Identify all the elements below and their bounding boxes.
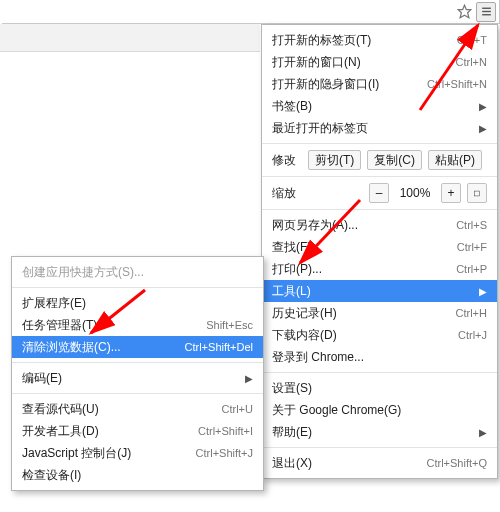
bookmark-star-icon[interactable] (454, 2, 474, 22)
chevron-right-icon: ▶ (479, 427, 487, 438)
menu-new-tab[interactable]: 打开新的标签页(T)Ctrl+T (262, 29, 497, 51)
zoom-in-button[interactable]: + (441, 183, 461, 203)
paste-button[interactable]: 粘贴(P) (428, 150, 482, 170)
chevron-right-icon: ▶ (479, 286, 487, 297)
menu-print[interactable]: 打印(P)...Ctrl+P (262, 258, 497, 280)
separator (262, 176, 497, 177)
menu-new-window[interactable]: 打开新的窗口(N)Ctrl+N (262, 51, 497, 73)
svg-rect-4 (475, 191, 480, 196)
menu-tools[interactable]: 工具(L)▶ (262, 280, 497, 302)
cut-button[interactable]: 剪切(T) (308, 150, 361, 170)
submenu-dev-tools[interactable]: 开发者工具(D)Ctrl+Shift+I (12, 420, 263, 442)
separator (12, 362, 263, 363)
chevron-right-icon: ▶ (479, 101, 487, 112)
menu-bookmarks[interactable]: 书签(B)▶ (262, 95, 497, 117)
hamburger-menu-icon[interactable] (476, 2, 496, 22)
tools-submenu: 创建应用快捷方式(S)... 扩展程序(E) 任务管理器(T)Shift+Esc… (11, 256, 264, 491)
menu-recent-tabs[interactable]: 最近打开的标签页▶ (262, 117, 497, 139)
menu-new-incognito[interactable]: 打开新的隐身窗口(I)Ctrl+Shift+N (262, 73, 497, 95)
menu-help[interactable]: 帮助(E)▶ (262, 421, 497, 443)
submenu-inspect-devices[interactable]: 检查设备(I) (12, 464, 263, 486)
edit-label: 修改 (272, 152, 296, 169)
menu-zoom-row: 缩放 – 100% + (262, 181, 497, 205)
menu-save-as[interactable]: 网页另存为(A)...Ctrl+S (262, 214, 497, 236)
fullscreen-button[interactable] (467, 183, 487, 203)
separator (262, 209, 497, 210)
browser-toolbar (2, 0, 500, 24)
separator (12, 393, 263, 394)
chevron-right-icon: ▶ (245, 373, 253, 384)
chevron-right-icon: ▶ (479, 123, 487, 134)
tab-strip (0, 24, 260, 52)
menu-edit-row: 修改 剪切(T) 复制(C) 粘贴(P) (262, 148, 497, 172)
menu-downloads[interactable]: 下载内容(D)Ctrl+J (262, 324, 497, 346)
separator (262, 447, 497, 448)
submenu-task-manager[interactable]: 任务管理器(T)Shift+Esc (12, 314, 263, 336)
submenu-js-console[interactable]: JavaScript 控制台(J)Ctrl+Shift+J (12, 442, 263, 464)
submenu-view-source[interactable]: 查看源代码(U)Ctrl+U (12, 398, 263, 420)
submenu-clear-browsing-data[interactable]: 清除浏览数据(C)...Ctrl+Shift+Del (12, 336, 263, 358)
zoom-out-button[interactable]: – (369, 183, 389, 203)
separator (262, 143, 497, 144)
menu-history[interactable]: 历史记录(H)Ctrl+H (262, 302, 497, 324)
submenu-extensions[interactable]: 扩展程序(E) (12, 292, 263, 314)
separator (262, 372, 497, 373)
submenu-encoding[interactable]: 编码(E)▶ (12, 367, 263, 389)
svg-marker-0 (458, 5, 471, 18)
submenu-create-shortcut: 创建应用快捷方式(S)... (12, 261, 263, 283)
menu-settings[interactable]: 设置(S) (262, 377, 497, 399)
zoom-value: 100% (395, 186, 435, 200)
chrome-main-menu: 打开新的标签页(T)Ctrl+T 打开新的窗口(N)Ctrl+N 打开新的隐身窗… (261, 24, 498, 479)
menu-signin[interactable]: 登录到 Chrome... (262, 346, 497, 368)
copy-button[interactable]: 复制(C) (367, 150, 422, 170)
zoom-label: 缩放 (272, 185, 363, 202)
separator (12, 287, 263, 288)
menu-exit[interactable]: 退出(X)Ctrl+Shift+Q (262, 452, 497, 474)
menu-about[interactable]: 关于 Google Chrome(G) (262, 399, 497, 421)
menu-find[interactable]: 查找(F)...Ctrl+F (262, 236, 497, 258)
